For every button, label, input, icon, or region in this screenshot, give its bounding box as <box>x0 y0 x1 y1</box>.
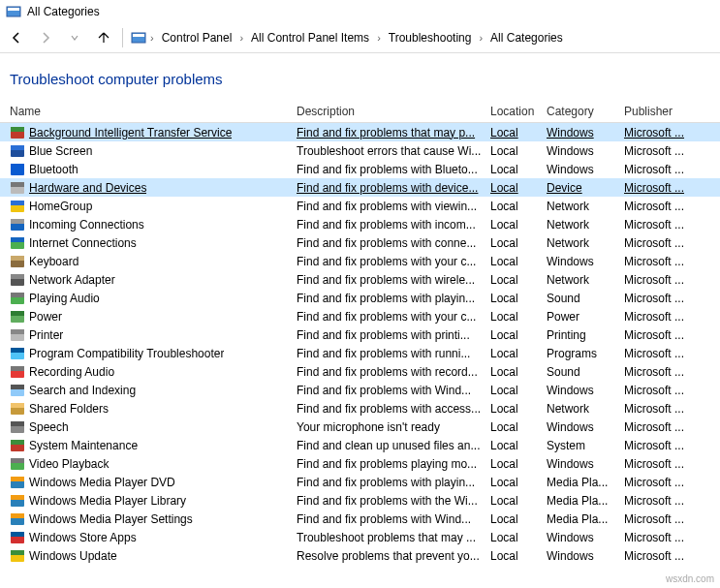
svg-rect-17 <box>11 237 24 242</box>
row-name: Printer <box>29 328 63 342</box>
row-location: Local <box>490 476 547 489</box>
row-publisher: Microsoft ... <box>624 200 720 213</box>
row-location: Local <box>490 200 547 213</box>
row-category: Windows <box>547 384 624 397</box>
table-row[interactable]: Recording AudioFind and fix problems wit… <box>0 362 720 381</box>
table-row[interactable]: KeyboardFind and fix problems with your … <box>0 252 720 270</box>
row-publisher: Microsoft ... <box>624 144 720 158</box>
col-location-header[interactable]: Location <box>490 105 547 118</box>
row-description: Find and fix problems with printi... <box>297 328 490 342</box>
row-category: Windows <box>547 531 624 544</box>
breadcrumb-item[interactable]: All Categories <box>486 29 567 46</box>
row-category: Windows <box>547 255 624 268</box>
chevron-right-icon[interactable]: › <box>148 32 156 44</box>
row-location: Local <box>490 512 547 526</box>
troubleshooter-icon <box>10 511 25 527</box>
row-publisher: Microsoft ... <box>624 365 720 379</box>
row-description: Find and fix problems with wirele... <box>297 273 490 287</box>
breadcrumb-item[interactable]: Control Panel <box>158 29 236 46</box>
troubleshooter-icon <box>10 364 25 380</box>
row-category: Network <box>547 402 624 416</box>
col-publisher-header[interactable]: Publisher <box>624 105 720 118</box>
chevron-right-icon[interactable]: › <box>237 32 245 44</box>
svg-rect-5 <box>11 127 24 132</box>
table-row[interactable]: Search and IndexingFind and fix problems… <box>0 381 720 399</box>
svg-rect-23 <box>11 293 24 297</box>
table-row[interactable]: PowerFind and fix problems with your c..… <box>0 307 720 325</box>
table-row[interactable]: Internet ConnectionsFind and fix problem… <box>0 233 720 252</box>
table-row[interactable]: Windows UpdateResolve problems that prev… <box>0 546 720 565</box>
troubleshooter-icon <box>10 530 25 545</box>
row-location: Local <box>490 163 547 176</box>
svg-rect-39 <box>11 440 24 445</box>
row-location: Local <box>490 531 547 544</box>
window-title: All Categories <box>27 5 100 18</box>
table-row[interactable]: BluetoothFind and fix problems with Blue… <box>0 160 720 178</box>
row-category: Programs <box>547 347 624 360</box>
row-name: HomeGroup <box>29 200 92 213</box>
table-row[interactable]: Windows Media Player SettingsFind and fi… <box>0 510 720 528</box>
table-row[interactable]: HomeGroupFind and fix problems with view… <box>0 197 720 215</box>
row-description: Find and fix problems with incom... <box>297 218 490 232</box>
breadcrumb-item[interactable]: Troubleshooting <box>385 29 476 46</box>
table-row[interactable]: Video PlaybackFind and fix problems play… <box>0 454 720 473</box>
table-row[interactable]: SpeechYour microphone isn't readyLocalWi… <box>0 418 720 436</box>
row-description: Find and fix problems playing mo... <box>297 457 490 471</box>
table-row[interactable]: Windows Store AppsTroubleshoot problems … <box>0 528 720 546</box>
col-description-header[interactable]: Description <box>297 105 490 118</box>
address-bar[interactable]: › Control Panel › All Control Panel Item… <box>131 29 714 46</box>
back-button[interactable] <box>6 27 27 48</box>
table-row[interactable]: Background Intelligent Transfer ServiceF… <box>0 123 720 141</box>
breadcrumb-item[interactable]: All Control Panel Items <box>247 29 373 46</box>
row-description: Troubleshoot problems that may ... <box>297 531 490 544</box>
svg-rect-21 <box>11 274 24 279</box>
row-location: Local <box>490 365 547 379</box>
table-row[interactable]: System MaintenanceFind and clean up unus… <box>0 436 720 454</box>
table-row[interactable]: Hardware and DevicesFind and fix problem… <box>0 178 720 197</box>
up-button[interactable] <box>93 27 114 48</box>
row-publisher: Microsoft ... <box>624 439 720 452</box>
row-description: Find and fix problems with runni... <box>297 347 490 360</box>
row-category: Windows <box>547 126 624 139</box>
row-name: Speech <box>29 420 69 434</box>
troubleshooter-icon <box>10 493 25 509</box>
troubleshooter-icon <box>10 125 25 140</box>
table-row[interactable]: Program Compatibility TroubleshooterFind… <box>0 344 720 362</box>
svg-rect-29 <box>11 348 24 353</box>
col-category-header[interactable]: Category <box>547 105 624 118</box>
troubleshooter-icon <box>10 456 25 472</box>
row-name: Windows Media Player Library <box>29 494 186 508</box>
table-row[interactable]: Network AdapterFind and fix problems wit… <box>0 270 720 289</box>
row-description: Find and fix problems with Blueto... <box>297 163 490 176</box>
row-category: Windows <box>547 457 624 471</box>
col-name-header[interactable]: Name <box>0 105 297 118</box>
row-location: Local <box>490 144 547 158</box>
table-row[interactable]: Shared FoldersFind and fix problems with… <box>0 399 720 418</box>
table-row[interactable]: Windows Media Player LibraryFind and fix… <box>0 491 720 510</box>
row-category: Media Pla... <box>547 476 624 489</box>
row-publisher: Microsoft ... <box>624 402 720 416</box>
troubleshooter-list: Background Intelligent Transfer ServiceF… <box>0 123 720 565</box>
row-category: Windows <box>547 163 624 176</box>
chevron-right-icon[interactable]: › <box>477 32 485 44</box>
table-row[interactable]: PrinterFind and fix problems with printi… <box>0 325 720 344</box>
row-description: Find and fix problems with device... <box>297 181 490 195</box>
recent-dropdown[interactable] <box>64 27 85 48</box>
table-row[interactable]: Playing AudioFind and fix problems with … <box>0 289 720 307</box>
row-category: Network <box>547 273 624 287</box>
row-category: Windows <box>547 144 624 158</box>
table-row[interactable]: Incoming ConnectionsFind and fix problem… <box>0 215 720 233</box>
row-category: Printing <box>547 328 624 342</box>
row-publisher: Microsoft ... <box>624 531 720 544</box>
chevron-right-icon[interactable]: › <box>375 32 383 44</box>
row-publisher: Microsoft ... <box>624 255 720 268</box>
svg-rect-1 <box>8 8 19 11</box>
row-publisher: Microsoft ... <box>624 328 720 342</box>
table-row[interactable]: Blue ScreenTroubleshoot errors that caus… <box>0 141 720 160</box>
row-category: Device <box>547 181 624 195</box>
row-name: Network Adapter <box>29 273 115 287</box>
table-row[interactable]: Windows Media Player DVDFind and fix pro… <box>0 473 720 491</box>
svg-rect-49 <box>11 532 24 537</box>
svg-rect-15 <box>11 219 24 224</box>
forward-button[interactable] <box>35 27 56 48</box>
